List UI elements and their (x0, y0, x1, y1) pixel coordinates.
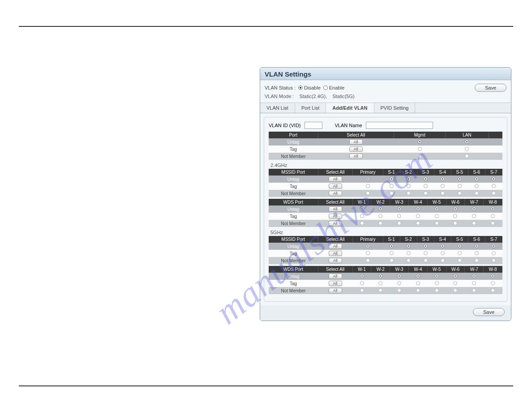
radio[interactable] (360, 221, 364, 225)
radio[interactable] (491, 274, 495, 278)
radio[interactable] (360, 281, 364, 285)
radio-enable[interactable]: Enable (323, 85, 344, 90)
radio[interactable] (360, 288, 364, 292)
radio[interactable] (397, 281, 401, 285)
radio[interactable] (407, 184, 411, 188)
radio[interactable] (441, 251, 445, 255)
all-button[interactable]: All (329, 244, 342, 249)
all-button[interactable]: All (329, 258, 342, 263)
tab-port-list[interactable]: Port List (295, 103, 326, 113)
radio[interactable] (441, 244, 445, 248)
radio[interactable] (435, 214, 439, 218)
radio[interactable] (491, 288, 495, 292)
radio[interactable] (366, 191, 370, 195)
radio[interactable] (390, 191, 394, 195)
radio[interactable] (378, 281, 382, 285)
radio[interactable] (424, 184, 428, 188)
radio[interactable] (472, 288, 476, 292)
all-button[interactable]: All (329, 191, 342, 196)
radio[interactable] (416, 221, 420, 225)
radio[interactable] (453, 214, 457, 218)
radio[interactable] (360, 207, 364, 211)
radio[interactable] (424, 191, 428, 195)
all-button[interactable]: All (329, 176, 342, 182)
radio[interactable] (397, 221, 401, 225)
radio[interactable] (397, 288, 401, 292)
radio[interactable] (492, 258, 496, 262)
radio[interactable] (458, 251, 462, 255)
radio[interactable] (390, 251, 394, 255)
radio[interactable] (418, 140, 422, 144)
radio[interactable] (416, 207, 420, 211)
radio[interactable] (491, 281, 495, 285)
vlan-id-input[interactable] (305, 122, 322, 129)
radio[interactable] (475, 244, 479, 248)
radio[interactable] (465, 154, 469, 158)
radio[interactable] (378, 288, 382, 292)
radio[interactable] (458, 258, 462, 262)
radio[interactable] (491, 214, 495, 218)
radio[interactable] (472, 214, 476, 218)
radio[interactable] (435, 207, 439, 211)
all-button[interactable]: All (349, 139, 363, 145)
radio[interactable] (492, 191, 496, 195)
all-button[interactable]: All (349, 154, 363, 159)
all-button[interactable]: All (329, 206, 342, 212)
radio[interactable] (472, 221, 476, 225)
radio[interactable] (416, 214, 420, 218)
radio[interactable] (390, 184, 394, 188)
radio-disable[interactable]: Disable (298, 85, 321, 90)
all-button[interactable]: All (329, 281, 342, 286)
radio[interactable] (475, 251, 479, 255)
radio[interactable] (366, 244, 370, 248)
radio[interactable] (378, 214, 382, 218)
radio[interactable] (453, 274, 457, 278)
save-button-top[interactable]: Save (475, 84, 506, 92)
radio[interactable] (397, 214, 401, 218)
radio[interactable] (492, 177, 496, 181)
radio[interactable] (491, 221, 495, 225)
radio[interactable] (390, 244, 394, 248)
vlan-name-input[interactable] (366, 122, 433, 129)
radio[interactable] (397, 207, 401, 211)
radio[interactable] (366, 177, 370, 181)
radio[interactable] (360, 214, 364, 218)
radio[interactable] (475, 258, 479, 262)
radio[interactable] (472, 274, 476, 278)
all-button[interactable]: All (329, 214, 342, 219)
radio[interactable] (390, 258, 394, 262)
radio[interactable] (366, 184, 370, 188)
all-button[interactable]: All (329, 274, 342, 279)
radio[interactable] (458, 191, 462, 195)
all-button[interactable]: All (329, 221, 342, 226)
radio[interactable] (453, 288, 457, 292)
all-button[interactable]: All (349, 146, 363, 152)
radio[interactable] (458, 184, 462, 188)
tab-add-edit-vlan[interactable]: Add/Edit VLAN (326, 103, 374, 113)
all-button[interactable]: All (329, 184, 342, 189)
all-button[interactable]: All (329, 251, 342, 256)
radio[interactable] (424, 258, 428, 262)
radio[interactable] (491, 207, 495, 211)
radio[interactable] (418, 154, 422, 158)
radio[interactable] (407, 244, 411, 248)
radio[interactable] (453, 207, 457, 211)
radio[interactable] (441, 184, 445, 188)
radio[interactable] (407, 258, 411, 262)
radio[interactable] (407, 191, 411, 195)
radio[interactable] (472, 281, 476, 285)
radio[interactable] (407, 177, 411, 181)
radio[interactable] (492, 251, 496, 255)
radio[interactable] (492, 184, 496, 188)
radio[interactable] (390, 177, 394, 181)
radio[interactable] (441, 177, 445, 181)
radio[interactable] (407, 251, 411, 255)
radio[interactable] (458, 244, 462, 248)
radio[interactable] (475, 177, 479, 181)
radio[interactable] (441, 258, 445, 262)
radio[interactable] (492, 244, 496, 248)
radio[interactable] (453, 281, 457, 285)
radio[interactable] (424, 251, 428, 255)
tab-vlan-list[interactable]: VLAN List (260, 103, 295, 113)
radio[interactable] (366, 251, 370, 255)
